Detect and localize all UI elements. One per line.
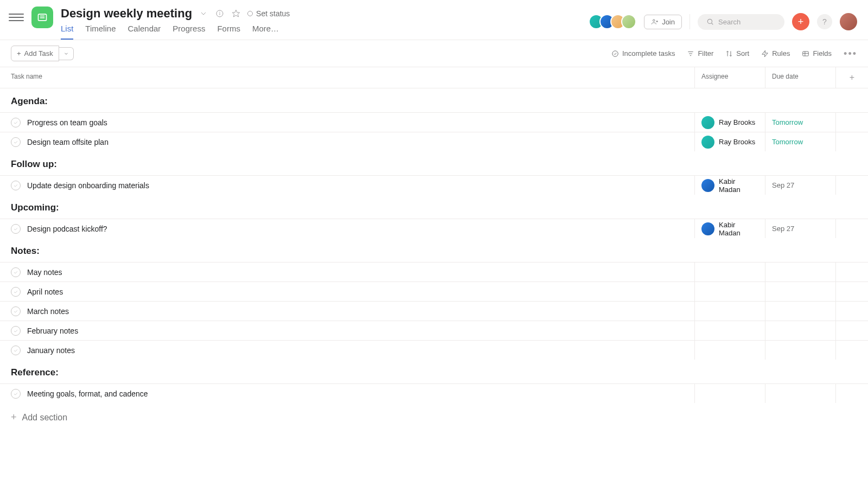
section-title[interactable]: Follow up:: [0, 151, 868, 175]
chevron-down-icon[interactable]: [199, 9, 208, 18]
assignee-cell[interactable]: Kabir Madan: [694, 219, 765, 238]
complete-checkbox-icon[interactable]: [11, 181, 21, 190]
search-icon: [706, 18, 714, 25]
sort-label: Sort: [736, 49, 749, 57]
sort-button[interactable]: Sort: [725, 49, 749, 57]
search-input[interactable]: Search: [698, 14, 784, 30]
assignee-cell[interactable]: Ray Brooks: [694, 132, 765, 151]
task-name[interactable]: Design podcast kickoff?: [27, 225, 107, 233]
rules-button[interactable]: Rules: [761, 49, 790, 57]
task-row[interactable]: Design team offsite planRay BrooksTomorr…: [0, 132, 868, 151]
tab-timeline[interactable]: Timeline: [85, 24, 116, 40]
assignee-cell[interactable]: [694, 341, 765, 360]
task-row[interactable]: March notes: [0, 301, 868, 321]
global-add-button[interactable]: +: [792, 13, 809, 30]
section-title[interactable]: Agenda:: [0, 88, 868, 112]
filter-incomplete[interactable]: Incomplete tasks: [611, 49, 675, 57]
project-title[interactable]: Design weekly meeting: [61, 7, 192, 21]
due-date-cell[interactable]: [765, 384, 835, 403]
due-date-cell[interactable]: Sep 27: [765, 219, 835, 238]
filter-button[interactable]: Filter: [687, 49, 713, 57]
menu-toggle-icon[interactable]: [9, 10, 24, 25]
assignee-cell[interactable]: Kabir Madan: [694, 176, 765, 195]
assignee-avatar: [701, 179, 714, 192]
join-button[interactable]: Join: [644, 15, 682, 29]
task-name[interactable]: Update design onboarding materials: [27, 181, 149, 190]
column-assignee[interactable]: Assignee: [694, 67, 765, 88]
due-date-cell[interactable]: [765, 302, 835, 321]
complete-checkbox-icon[interactable]: [11, 346, 21, 355]
tab-forms[interactable]: Forms: [217, 24, 240, 40]
complete-checkbox-icon[interactable]: [11, 118, 21, 127]
task-name[interactable]: January notes: [27, 346, 75, 355]
profile-avatar[interactable]: [840, 13, 857, 30]
status-dot-icon: [247, 11, 253, 16]
due-date-cell[interactable]: [765, 321, 835, 340]
tab-progress[interactable]: Progress: [173, 24, 205, 40]
complete-checkbox-icon[interactable]: [11, 306, 21, 316]
assignee-cell[interactable]: [694, 321, 765, 340]
project-members[interactable]: [589, 14, 636, 29]
add-column-button[interactable]: +: [835, 67, 868, 88]
tab-list[interactable]: List: [61, 24, 73, 40]
assignee-avatar: [701, 222, 714, 235]
task-row[interactable]: Meeting goals, format, and cadence: [0, 383, 868, 403]
assignee-name: Kabir Madan: [719, 221, 758, 237]
complete-checkbox-icon[interactable]: [11, 389, 21, 399]
set-status-button[interactable]: Set status: [247, 9, 290, 18]
due-date: Tomorrow: [772, 118, 803, 126]
member-avatar[interactable]: [621, 14, 636, 29]
section-title[interactable]: Reference:: [0, 360, 868, 383]
task-name[interactable]: Meeting goals, format, and cadence: [27, 389, 148, 398]
task-name[interactable]: March notes: [27, 307, 69, 316]
due-date-cell[interactable]: Tomorrow: [765, 113, 835, 132]
add-task-button[interactable]: + Add Task: [11, 46, 59, 61]
task-name[interactable]: May notes: [27, 268, 62, 277]
task-name[interactable]: April notes: [27, 287, 63, 296]
task-row[interactable]: April notes: [0, 282, 868, 301]
task-row[interactable]: January notes: [0, 340, 868, 360]
complete-checkbox-icon[interactable]: [11, 326, 21, 336]
due-date-cell[interactable]: Tomorrow: [765, 132, 835, 151]
section-title[interactable]: Notes:: [0, 238, 868, 262]
due-date-cell[interactable]: [765, 341, 835, 360]
section-title[interactable]: Upcoming:: [0, 195, 868, 219]
task-row[interactable]: May notes: [0, 262, 868, 282]
due-date-cell[interactable]: Sep 27: [765, 176, 835, 195]
column-due-date[interactable]: Due date: [765, 67, 835, 88]
due-date: Sep 27: [772, 225, 794, 233]
project-icon[interactable]: [31, 7, 53, 28]
complete-checkbox-icon[interactable]: [11, 267, 21, 277]
add-section-label: Add section: [22, 413, 68, 423]
column-task-name[interactable]: Task name: [11, 67, 694, 88]
due-date-cell[interactable]: [765, 282, 835, 301]
task-name[interactable]: February notes: [27, 327, 78, 335]
extra-cell: [835, 302, 868, 321]
tab-calendar[interactable]: Calendar: [127, 24, 161, 40]
task-name[interactable]: Progress on team goals: [27, 118, 107, 127]
task-row[interactable]: Progress on team goalsRay BrooksTomorrow: [0, 112, 868, 132]
search-placeholder: Search: [718, 18, 741, 26]
assignee-cell[interactable]: [694, 282, 765, 301]
add-section-button[interactable]: +Add section: [0, 403, 868, 432]
assignee-cell[interactable]: [694, 384, 765, 403]
more-actions-icon[interactable]: •••: [844, 51, 857, 56]
svg-point-5: [220, 12, 220, 12]
assignee-cell[interactable]: [694, 302, 765, 321]
star-icon[interactable]: [231, 9, 241, 18]
task-name[interactable]: Design team offsite plan: [27, 138, 108, 146]
complete-checkbox-icon[interactable]: [11, 137, 21, 147]
add-task-dropdown[interactable]: [59, 47, 74, 60]
info-icon[interactable]: [215, 9, 225, 18]
assignee-cell[interactable]: [694, 263, 765, 282]
fields-button[interactable]: Fields: [802, 49, 832, 57]
task-row[interactable]: Design podcast kickoff?Kabir MadanSep 27: [0, 219, 868, 238]
tab-more[interactable]: More…: [252, 24, 279, 40]
complete-checkbox-icon[interactable]: [11, 224, 21, 234]
due-date-cell[interactable]: [765, 263, 835, 282]
task-row[interactable]: February notes: [0, 321, 868, 340]
help-button[interactable]: ?: [817, 14, 832, 29]
assignee-cell[interactable]: Ray Brooks: [694, 113, 765, 132]
complete-checkbox-icon[interactable]: [11, 287, 21, 297]
task-row[interactable]: Update design onboarding materialsKabir …: [0, 175, 868, 195]
